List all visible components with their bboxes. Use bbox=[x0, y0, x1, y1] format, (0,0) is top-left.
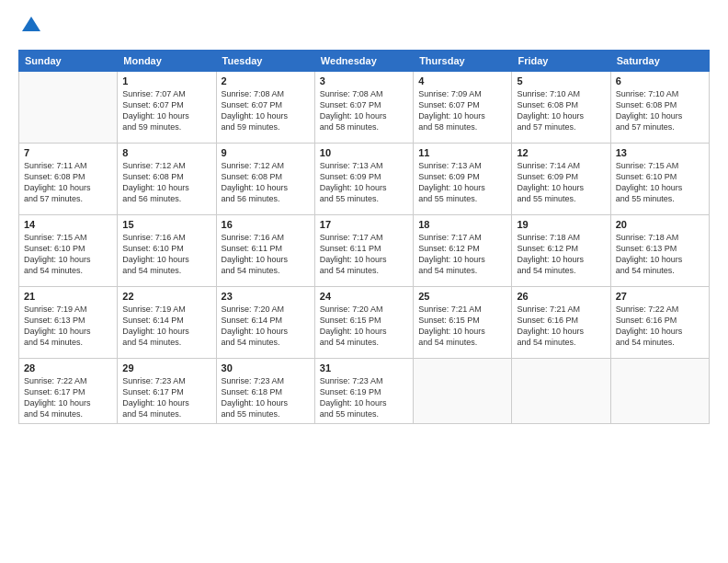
day-header-sunday: Sunday bbox=[19, 50, 118, 71]
day-cell: 9Sunrise: 7:12 AM Sunset: 6:08 PM Daylig… bbox=[216, 143, 314, 214]
week-row-3: 14Sunrise: 7:15 AM Sunset: 6:10 PM Dayli… bbox=[19, 214, 710, 286]
calendar-page: SundayMondayTuesdayWednesdayThursdayFrid… bbox=[0, 0, 728, 563]
day-header-friday: Friday bbox=[512, 50, 610, 71]
day-info: Sunrise: 7:17 AM Sunset: 6:11 PM Dayligh… bbox=[320, 232, 408, 277]
day-cell: 2Sunrise: 7:08 AM Sunset: 6:07 PM Daylig… bbox=[216, 71, 314, 143]
day-info: Sunrise: 7:23 AM Sunset: 6:17 PM Dayligh… bbox=[122, 375, 210, 420]
day-info: Sunrise: 7:10 AM Sunset: 6:08 PM Dayligh… bbox=[616, 88, 704, 133]
day-info: Sunrise: 7:13 AM Sunset: 6:09 PM Dayligh… bbox=[320, 160, 408, 205]
day-info: Sunrise: 7:20 AM Sunset: 6:14 PM Dayligh… bbox=[222, 304, 310, 349]
day-number: 9 bbox=[222, 147, 310, 158]
day-number: 18 bbox=[418, 219, 506, 230]
day-number: 22 bbox=[122, 291, 210, 302]
day-number: 8 bbox=[122, 147, 210, 158]
day-number: 23 bbox=[222, 291, 310, 302]
day-cell: 26Sunrise: 7:21 AM Sunset: 6:16 PM Dayli… bbox=[512, 286, 610, 358]
header-row: SundayMondayTuesdayWednesdayThursdayFrid… bbox=[19, 50, 710, 71]
week-row-4: 21Sunrise: 7:19 AM Sunset: 6:13 PM Dayli… bbox=[19, 286, 710, 358]
day-number: 10 bbox=[320, 147, 408, 158]
day-number: 7 bbox=[24, 147, 112, 158]
day-header-tuesday: Tuesday bbox=[216, 50, 314, 71]
day-info: Sunrise: 7:13 AM Sunset: 6:09 PM Dayligh… bbox=[418, 160, 506, 205]
day-cell: 21Sunrise: 7:19 AM Sunset: 6:13 PM Dayli… bbox=[19, 286, 118, 358]
day-number: 27 bbox=[616, 291, 704, 302]
day-number: 14 bbox=[24, 219, 112, 230]
day-info: Sunrise: 7:14 AM Sunset: 6:09 PM Dayligh… bbox=[517, 160, 605, 205]
day-info: Sunrise: 7:19 AM Sunset: 6:14 PM Dayligh… bbox=[122, 304, 210, 349]
day-info: Sunrise: 7:07 AM Sunset: 6:07 PM Dayligh… bbox=[122, 88, 210, 133]
day-info: Sunrise: 7:18 AM Sunset: 6:12 PM Dayligh… bbox=[517, 232, 605, 277]
day-info: Sunrise: 7:11 AM Sunset: 6:08 PM Dayligh… bbox=[24, 160, 112, 205]
day-cell bbox=[414, 358, 512, 424]
day-header-wednesday: Wednesday bbox=[314, 50, 413, 71]
week-row-1: 1Sunrise: 7:07 AM Sunset: 6:07 PM Daylig… bbox=[19, 71, 710, 143]
day-number: 17 bbox=[320, 219, 408, 230]
day-cell: 13Sunrise: 7:15 AM Sunset: 6:10 PM Dayli… bbox=[610, 143, 709, 214]
calendar-table: SundayMondayTuesdayWednesdayThursdayFrid… bbox=[18, 50, 710, 425]
day-cell: 23Sunrise: 7:20 AM Sunset: 6:14 PM Dayli… bbox=[216, 286, 314, 358]
day-number: 31 bbox=[320, 362, 408, 373]
day-cell: 5Sunrise: 7:10 AM Sunset: 6:08 PM Daylig… bbox=[512, 71, 610, 143]
day-number: 29 bbox=[122, 362, 210, 373]
day-info: Sunrise: 7:09 AM Sunset: 6:07 PM Dayligh… bbox=[418, 88, 506, 133]
day-number: 20 bbox=[616, 219, 704, 230]
day-cell: 16Sunrise: 7:16 AM Sunset: 6:11 PM Dayli… bbox=[216, 214, 314, 286]
day-info: Sunrise: 7:20 AM Sunset: 6:15 PM Dayligh… bbox=[320, 304, 408, 349]
day-info: Sunrise: 7:21 AM Sunset: 6:15 PM Dayligh… bbox=[418, 304, 506, 349]
day-cell bbox=[610, 358, 709, 424]
day-cell: 28Sunrise: 7:22 AM Sunset: 6:17 PM Dayli… bbox=[19, 358, 118, 424]
day-number: 19 bbox=[517, 219, 605, 230]
day-info: Sunrise: 7:17 AM Sunset: 6:12 PM Dayligh… bbox=[418, 232, 506, 277]
day-cell: 24Sunrise: 7:20 AM Sunset: 6:15 PM Dayli… bbox=[314, 286, 413, 358]
day-cell: 31Sunrise: 7:23 AM Sunset: 6:19 PM Dayli… bbox=[314, 358, 413, 424]
day-info: Sunrise: 7:22 AM Sunset: 6:17 PM Dayligh… bbox=[24, 375, 112, 420]
header bbox=[18, 18, 710, 42]
day-cell: 27Sunrise: 7:22 AM Sunset: 6:16 PM Dayli… bbox=[610, 286, 709, 358]
day-cell: 14Sunrise: 7:15 AM Sunset: 6:10 PM Dayli… bbox=[19, 214, 118, 286]
day-info: Sunrise: 7:23 AM Sunset: 6:18 PM Dayligh… bbox=[222, 375, 310, 420]
day-number: 21 bbox=[24, 291, 112, 302]
day-info: Sunrise: 7:08 AM Sunset: 6:07 PM Dayligh… bbox=[320, 88, 408, 133]
day-cell: 7Sunrise: 7:11 AM Sunset: 6:08 PM Daylig… bbox=[19, 143, 118, 214]
day-info: Sunrise: 7:18 AM Sunset: 6:13 PM Dayligh… bbox=[616, 232, 704, 277]
day-number: 30 bbox=[222, 362, 310, 373]
day-info: Sunrise: 7:15 AM Sunset: 6:10 PM Dayligh… bbox=[616, 160, 704, 205]
day-number: 16 bbox=[222, 219, 310, 230]
day-cell: 15Sunrise: 7:16 AM Sunset: 6:10 PM Dayli… bbox=[118, 214, 216, 286]
day-number: 13 bbox=[616, 147, 704, 158]
week-row-5: 28Sunrise: 7:22 AM Sunset: 6:17 PM Dayli… bbox=[19, 358, 710, 424]
day-info: Sunrise: 7:12 AM Sunset: 6:08 PM Dayligh… bbox=[122, 160, 210, 205]
logo bbox=[18, 18, 42, 42]
day-number: 26 bbox=[517, 291, 605, 302]
day-info: Sunrise: 7:16 AM Sunset: 6:11 PM Dayligh… bbox=[222, 232, 310, 277]
day-cell: 6Sunrise: 7:10 AM Sunset: 6:08 PM Daylig… bbox=[610, 71, 709, 143]
day-number: 6 bbox=[616, 75, 704, 86]
day-info: Sunrise: 7:15 AM Sunset: 6:10 PM Dayligh… bbox=[24, 232, 112, 277]
day-header-thursday: Thursday bbox=[414, 50, 512, 71]
day-info: Sunrise: 7:12 AM Sunset: 6:08 PM Dayligh… bbox=[222, 160, 310, 205]
day-cell: 3Sunrise: 7:08 AM Sunset: 6:07 PM Daylig… bbox=[314, 71, 413, 143]
day-info: Sunrise: 7:23 AM Sunset: 6:19 PM Dayligh… bbox=[320, 375, 408, 420]
day-cell: 1Sunrise: 7:07 AM Sunset: 6:07 PM Daylig… bbox=[118, 71, 216, 143]
day-cell bbox=[512, 358, 610, 424]
day-number: 4 bbox=[418, 75, 506, 86]
day-number: 3 bbox=[320, 75, 408, 86]
day-cell: 10Sunrise: 7:13 AM Sunset: 6:09 PM Dayli… bbox=[314, 143, 413, 214]
day-number: 2 bbox=[222, 75, 310, 86]
day-number: 11 bbox=[418, 147, 506, 158]
day-number: 24 bbox=[320, 291, 408, 302]
day-cell: 25Sunrise: 7:21 AM Sunset: 6:15 PM Dayli… bbox=[414, 286, 512, 358]
day-cell bbox=[19, 71, 118, 143]
day-number: 5 bbox=[517, 75, 605, 86]
day-info: Sunrise: 7:08 AM Sunset: 6:07 PM Dayligh… bbox=[222, 88, 310, 133]
day-info: Sunrise: 7:22 AM Sunset: 6:16 PM Dayligh… bbox=[616, 304, 704, 349]
day-cell: 18Sunrise: 7:17 AM Sunset: 6:12 PM Dayli… bbox=[414, 214, 512, 286]
day-cell: 12Sunrise: 7:14 AM Sunset: 6:09 PM Dayli… bbox=[512, 143, 610, 214]
day-number: 12 bbox=[517, 147, 605, 158]
day-cell: 17Sunrise: 7:17 AM Sunset: 6:11 PM Dayli… bbox=[314, 214, 413, 286]
day-info: Sunrise: 7:19 AM Sunset: 6:13 PM Dayligh… bbox=[24, 304, 112, 349]
day-info: Sunrise: 7:16 AM Sunset: 6:10 PM Dayligh… bbox=[122, 232, 210, 277]
svg-marker-0 bbox=[22, 17, 40, 31]
day-cell: 19Sunrise: 7:18 AM Sunset: 6:12 PM Dayli… bbox=[512, 214, 610, 286]
day-info: Sunrise: 7:21 AM Sunset: 6:16 PM Dayligh… bbox=[517, 304, 605, 349]
